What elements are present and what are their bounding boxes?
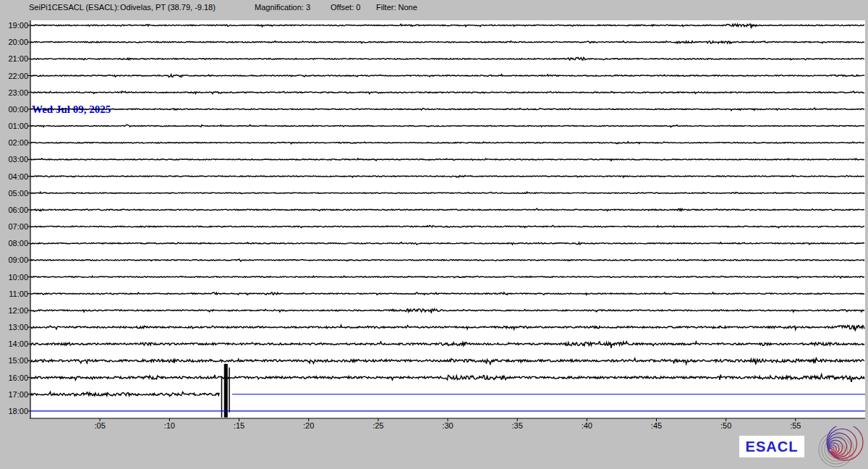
offset-label: Offset: 0 (331, 3, 360, 12)
hour-label: 05:00 (0, 189, 28, 198)
hour-label: 18:00 (0, 407, 28, 415)
esacl-logo-text: ESACL (746, 439, 799, 455)
hour-label: 20:00 (0, 38, 28, 46)
minute-tick-label: :10 (164, 421, 175, 430)
station-id-label: SeiPi1CESACL (ESACL): (29, 3, 119, 12)
hour-label: 17:00 (0, 390, 28, 399)
minute-tick-label: :05 (95, 421, 106, 430)
minute-tick-label: :25 (373, 421, 383, 430)
hour-label: 13:00 (0, 323, 28, 331)
filter-label: Filter: None (376, 3, 417, 12)
hour-label: 03:00 (0, 155, 28, 164)
esacl-logo-badge: ESACL (739, 436, 804, 457)
magnification-label: Magnification: 3 (255, 3, 310, 12)
hour-label: 01:00 (0, 122, 28, 130)
hour-label: 16:00 (0, 373, 28, 382)
header: SeiPi1CESACL (ESACL): Odivelas, PT (38.7… (0, 0, 868, 20)
hour-label: 21:00 (0, 54, 28, 63)
minute-tick-label: :20 (303, 421, 314, 430)
minute-tick-label: :15 (234, 421, 244, 430)
hour-label: 11:00 (0, 290, 28, 298)
hour-label: 10:00 (0, 273, 28, 282)
minute-tick-label: :45 (651, 421, 662, 430)
hour-label: 15:00 (0, 356, 28, 365)
hour-label: 06:00 (0, 206, 28, 214)
minute-tick-label: :35 (512, 421, 523, 430)
hour-label: 12:00 (0, 306, 28, 315)
minute-tick-label: :40 (582, 421, 592, 430)
station-location-label: Odivelas, PT (38.79, -9.18) (120, 3, 216, 12)
hour-label: 09:00 (0, 255, 28, 264)
hour-label: 14:00 (0, 339, 28, 348)
date-label: Wed Jul 09, 2025 (32, 103, 111, 116)
hour-label: 23:00 (0, 88, 28, 97)
hour-label: 07:00 (0, 222, 28, 231)
hour-label: 04:00 (0, 172, 28, 181)
plot-area (30, 20, 865, 418)
hour-label: 02:00 (0, 138, 28, 147)
hour-label: 08:00 (0, 239, 28, 248)
hour-label: 00:00 (0, 105, 28, 114)
seismic-spiral-logo-icon (813, 426, 867, 468)
minute-tick-label: :30 (442, 421, 453, 430)
minute-tick-label: :50 (720, 421, 731, 430)
hour-label: 22:00 (0, 72, 28, 80)
minute-tick-label: :55 (790, 421, 801, 430)
helicorder-screen: SeiPi1CESACL (ESACL): Odivelas, PT (38.7… (0, 0, 868, 469)
hour-label: 19:00 (0, 21, 28, 30)
